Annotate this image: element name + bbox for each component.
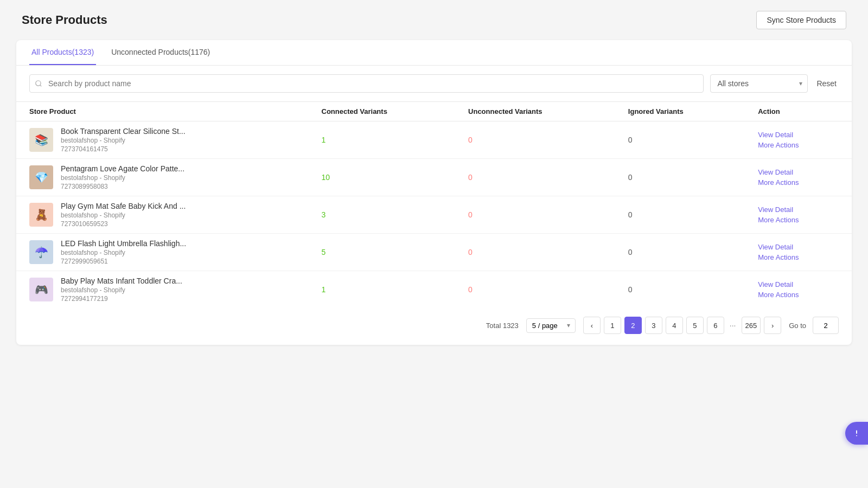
- product-thumbnail: 🧸: [29, 203, 53, 227]
- unconnected-variants-value: 0: [468, 248, 473, 256]
- page-3-button[interactable]: 3: [645, 317, 662, 334]
- action-cell: View Detail More Actions: [758, 131, 839, 149]
- connected-variants-value: 1: [322, 285, 326, 294]
- reset-button[interactable]: Reset: [814, 75, 839, 92]
- more-actions-link[interactable]: More Actions: [758, 216, 799, 224]
- goto-label: Go to: [789, 322, 806, 330]
- prev-page-button[interactable]: ‹: [583, 317, 601, 334]
- product-info: Play Gym Mat Safe Baby Kick And ... best…: [61, 202, 186, 228]
- product-name: Book Transparent Clear Silicone St...: [61, 127, 186, 136]
- ignored-variants-value: 0: [628, 285, 633, 294]
- product-cell: 📚 Book Transparent Clear Silicone St... …: [29, 127, 296, 153]
- col-action: Action: [745, 102, 852, 121]
- per-page-wrap: 5 / page 10 / page 20 / page 50 / page ▾: [526, 318, 576, 333]
- connected-variants-value: 1: [322, 136, 326, 144]
- product-thumbnail: 📚: [29, 128, 53, 152]
- unconnected-variants-value: 0: [468, 210, 473, 219]
- action-cell: View Detail More Actions: [758, 280, 839, 299]
- action-cell: View Detail More Actions: [758, 243, 839, 261]
- table-row: 🎮 Baby Play Mats Infant Toddler Cra... b…: [16, 271, 852, 309]
- tab-unconnected-products[interactable]: Unconnected Products(1176): [109, 40, 212, 65]
- products-table: Store Product Connected Variants Unconne…: [16, 101, 852, 308]
- ignored-variants-value: 0: [628, 248, 633, 256]
- view-detail-link[interactable]: View Detail: [758, 168, 793, 176]
- product-thumbnail: ☂️: [29, 240, 53, 264]
- page-265-button[interactable]: 265: [742, 317, 761, 334]
- more-actions-link[interactable]: More Actions: [758, 253, 799, 261]
- view-detail-link[interactable]: View Detail: [758, 243, 793, 251]
- product-store: bestolafshop - Shopify: [61, 249, 186, 256]
- product-info: Baby Play Mats Infant Toddler Cra... bes…: [61, 277, 182, 303]
- product-store: bestolafshop - Shopify: [61, 174, 184, 182]
- page-5-button[interactable]: 5: [686, 317, 704, 334]
- product-cell: ☂️ LED Flash Light Umbrella Flashligh...…: [29, 239, 296, 265]
- table-row: ☂️ LED Flash Light Umbrella Flashligh...…: [16, 234, 852, 271]
- main-card: All Products(1323) Unconnected Products(…: [16, 40, 852, 345]
- svg-point-0: [36, 81, 41, 86]
- page-4-button[interactable]: 4: [666, 317, 683, 334]
- product-info: Pentagram Love Agate Color Patte... best…: [61, 164, 184, 190]
- unconnected-variants-value: 0: [468, 136, 473, 144]
- page-title: Store Products: [22, 13, 107, 27]
- product-store: bestolafshop - Shopify: [61, 137, 186, 144]
- connected-variants-value: 5: [322, 248, 326, 256]
- product-id: 7272994177219: [61, 295, 182, 303]
- page-6-button[interactable]: 6: [707, 317, 724, 334]
- ignored-variants-value: 0: [628, 173, 633, 182]
- pagination: Total 1323 5 / page 10 / page 20 / page …: [16, 308, 852, 334]
- action-cell: View Detail More Actions: [758, 168, 839, 187]
- goto-input[interactable]: [813, 317, 839, 334]
- filters-row: All stores ▾ Reset: [16, 66, 852, 101]
- more-actions-link[interactable]: More Actions: [758, 291, 799, 299]
- table-row: 💎 Pentagram Love Agate Color Patte... be…: [16, 159, 852, 196]
- total-label: Total 1323: [486, 322, 519, 330]
- page-ellipsis: ···: [727, 321, 738, 330]
- action-cell: View Detail More Actions: [758, 206, 839, 224]
- col-connected-variants: Connected Variants: [309, 102, 456, 121]
- table-row: 🧸 Play Gym Mat Safe Baby Kick And ... be…: [16, 196, 852, 234]
- view-detail-link[interactable]: View Detail: [758, 206, 793, 214]
- table-row: 📚 Book Transparent Clear Silicone St... …: [16, 121, 852, 159]
- connected-variants-value: 10: [322, 173, 330, 182]
- product-id: 7272999059651: [61, 258, 186, 265]
- per-page-select[interactable]: 5 / page 10 / page 20 / page 50 / page: [526, 318, 576, 333]
- tabs-bar: All Products(1323) Unconnected Products(…: [16, 40, 852, 66]
- ignored-variants-value: 0: [628, 136, 633, 144]
- view-detail-link[interactable]: View Detail: [758, 131, 793, 139]
- product-cell: 🧸 Play Gym Mat Safe Baby Kick And ... be…: [29, 202, 296, 228]
- product-info: Book Transparent Clear Silicone St... be…: [61, 127, 186, 153]
- product-info: LED Flash Light Umbrella Flashligh... be…: [61, 239, 186, 265]
- col-unconnected-variants: Unconnected Variants: [455, 102, 615, 121]
- more-actions-link[interactable]: More Actions: [758, 141, 799, 149]
- page-header: Store Products Sync Store Products: [0, 0, 868, 40]
- connected-variants-value: 3: [322, 210, 326, 219]
- product-store: bestolafshop - Shopify: [61, 211, 186, 219]
- product-id: 7273089958083: [61, 183, 184, 190]
- product-cell: 💎 Pentagram Love Agate Color Patte... be…: [29, 164, 296, 190]
- unconnected-variants-value: 0: [468, 173, 473, 182]
- product-cell: 🎮 Baby Play Mats Infant Toddler Cra... b…: [29, 277, 296, 303]
- product-store: bestolafshop - Shopify: [61, 286, 182, 294]
- svg-line-1: [40, 85, 42, 87]
- product-thumbnail: 🎮: [29, 278, 53, 301]
- search-icon: [35, 80, 42, 87]
- search-input[interactable]: [29, 74, 704, 93]
- next-page-button[interactable]: ›: [764, 317, 781, 334]
- view-detail-link[interactable]: View Detail: [758, 280, 793, 288]
- product-name: Baby Play Mats Infant Toddler Cra...: [61, 277, 182, 285]
- product-name: LED Flash Light Umbrella Flashligh...: [61, 239, 186, 248]
- page-1-button[interactable]: 1: [604, 317, 621, 334]
- page-2-button[interactable]: 2: [624, 317, 642, 334]
- sync-store-products-button[interactable]: Sync Store Products: [756, 11, 846, 29]
- store-select[interactable]: All stores: [710, 74, 808, 93]
- store-select-wrap: All stores ▾: [710, 74, 808, 93]
- col-store-product: Store Product: [16, 102, 309, 121]
- col-ignored-variants: Ignored Variants: [615, 102, 745, 121]
- more-actions-link[interactable]: More Actions: [758, 178, 799, 187]
- product-thumbnail: 💎: [29, 165, 53, 189]
- product-id: 7273010659523: [61, 220, 186, 228]
- tab-all-products[interactable]: All Products(1323): [29, 40, 96, 65]
- search-wrap: [29, 74, 704, 93]
- unconnected-variants-value: 0: [468, 285, 473, 294]
- ignored-variants-value: 0: [628, 210, 633, 219]
